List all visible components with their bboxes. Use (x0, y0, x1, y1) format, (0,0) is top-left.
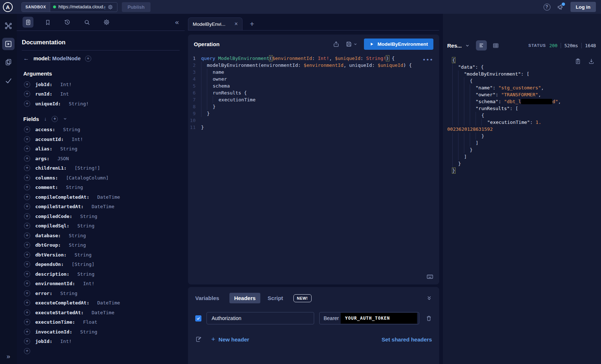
tab-variables[interactable]: Variables (195, 295, 219, 301)
operation-tab[interactable]: ModelByEnvi... × (188, 17, 243, 30)
doc-field-row[interactable]: +accountId: Int! (22, 134, 180, 144)
new-tab-icon[interactable]: + (250, 20, 254, 28)
add-field-icon[interactable]: + (24, 203, 30, 210)
endpoint-settings-gear-icon[interactable] (108, 4, 113, 10)
doc-field-row[interactable]: +executeCompletedAt: DateTime (22, 298, 180, 308)
doc-field-row[interactable]: +dbtGroup: String (22, 240, 180, 250)
download-response-icon[interactable] (588, 58, 594, 64)
endpoint-control[interactable]: SANDBOX https://metadata.cloud.get (21, 2, 117, 12)
add-field-icon[interactable]: + (24, 290, 30, 296)
add-field-icon[interactable]: + (24, 81, 30, 88)
add-field-icon[interactable]: + (24, 194, 30, 200)
doc-field-row[interactable]: +invocationId: String (22, 327, 180, 337)
add-field-icon[interactable]: + (24, 101, 30, 107)
add-field-icon[interactable]: + (24, 252, 30, 258)
save-operation-icon[interactable] (346, 41, 357, 47)
doc-field-row[interactable]: +compiledCode: String (22, 211, 180, 221)
add-field-icon[interactable]: + (24, 146, 30, 152)
doc-field-row[interactable]: +executionTime: Float (22, 318, 180, 327)
add-all-fields-icon[interactable]: + (52, 116, 58, 122)
add-field-icon[interactable]: + (24, 261, 30, 267)
add-field-icon[interactable]: + (24, 165, 30, 171)
header-name-input[interactable]: Authorization (207, 312, 314, 324)
header-value-input[interactable]: Bearer YOUR_AUTH_TOKEN (319, 312, 419, 324)
tab-headers[interactable]: Headers (229, 293, 260, 303)
add-field-icon[interactable]: + (24, 91, 30, 97)
sort-fields-icon[interactable]: ↓ (44, 116, 47, 122)
doc-field-row[interactable]: +comment: String (22, 183, 180, 193)
doc-field-row[interactable]: +database: String (22, 231, 180, 240)
publish-button[interactable]: Publish (122, 2, 151, 12)
add-field-icon[interactable]: + (24, 300, 30, 306)
checks-icon[interactable] (2, 74, 15, 86)
sandbox-docs-icon[interactable] (2, 56, 15, 68)
doc-field-row[interactable]: +childrenL1: [String!] (22, 163, 180, 173)
more-actions-icon[interactable]: ••• (423, 56, 433, 63)
add-field-icon[interactable]: + (24, 310, 30, 316)
add-field-icon[interactable]: + (24, 223, 30, 229)
back-arrow-icon[interactable]: ← (23, 55, 29, 62)
doc-field-row[interactable]: +dependsOn: [String] (22, 260, 180, 270)
editor-code-line[interactable]: 10 (188, 117, 439, 124)
raw-view-icon[interactable] (476, 40, 487, 50)
doc-field-row[interactable]: +jobId: Int! (22, 337, 180, 347)
editor-code-line[interactable]: 1query ModelByEnvironment($environmentId… (188, 55, 439, 62)
add-field-icon[interactable]: + (24, 280, 30, 287)
editor-code-line[interactable]: 3name (188, 69, 439, 76)
editor-code-line[interactable]: 9} (188, 110, 439, 117)
doc-field-row[interactable]: +jobId: Int! (22, 80, 180, 89)
history-icon[interactable] (62, 17, 73, 28)
add-type-icon[interactable]: + (85, 56, 91, 62)
announcements-megaphone-icon[interactable] (557, 4, 564, 11)
expand-rail-icon[interactable]: » (7, 353, 10, 360)
add-field-icon[interactable]: + (24, 136, 30, 142)
apollo-logo[interactable]: A (3, 2, 13, 12)
add-field-icon[interactable]: + (24, 348, 30, 354)
delete-header-icon[interactable] (426, 315, 432, 321)
doc-field-row[interactable]: +error: String (22, 288, 180, 298)
doc-field-row[interactable]: +alias: String (22, 144, 180, 154)
run-operation-button[interactable]: ModelByEnvironment (364, 39, 433, 50)
doc-field-row[interactable]: +args: JSON (22, 154, 180, 163)
close-tab-icon[interactable]: × (235, 21, 238, 27)
operation-editor[interactable]: 1query ModelByEnvironment($environmentId… (188, 53, 439, 284)
set-shared-headers-link[interactable]: Set shared headers (382, 336, 432, 343)
schema-graph-icon[interactable] (2, 20, 15, 32)
doc-field-row[interactable]: +columns: [CatalogColumn] (22, 173, 180, 183)
collapse-bottom-panel-icon[interactable] (426, 295, 432, 301)
docs-settings-gear-icon[interactable] (101, 17, 112, 28)
add-field-icon[interactable]: + (24, 329, 30, 335)
add-field-icon[interactable]: + (24, 242, 30, 248)
collapse-panel-icon[interactable]: « (175, 18, 179, 26)
breadcrumb-type[interactable]: ModelNode (52, 56, 81, 61)
editor-code-line[interactable]: 4owner (188, 76, 439, 82)
keyboard-shortcuts-icon[interactable] (426, 273, 433, 280)
doc-field-row[interactable]: +compileCompletedAt: DateTime (22, 192, 180, 202)
add-field-icon[interactable]: + (24, 126, 30, 133)
search-icon[interactable] (81, 17, 92, 28)
help-icon[interactable]: ? (544, 4, 550, 11)
add-field-icon[interactable]: + (24, 319, 30, 325)
bookmark-icon[interactable] (42, 17, 53, 28)
doc-field-row[interactable]: +uniqueId: String! (22, 99, 180, 109)
doc-field-row[interactable]: +description: String (22, 269, 180, 279)
doc-field-row[interactable]: +access: String (22, 125, 180, 135)
add-field-icon[interactable]: + (24, 155, 30, 162)
share-operation-icon[interactable] (333, 41, 339, 47)
doc-field-row[interactable]: +compiledSql: String (22, 221, 180, 231)
add-field-icon[interactable]: + (24, 271, 30, 277)
doc-field-row[interactable]: +dbtVersion: String (22, 250, 180, 260)
add-field-icon[interactable]: + (24, 175, 30, 181)
table-view-icon[interactable] (490, 40, 501, 50)
doc-field-row[interactable]: +compileStartedAt: DateTime (22, 202, 180, 212)
explorer-icon[interactable] (2, 38, 15, 50)
tab-script[interactable]: Script (268, 295, 283, 301)
editor-code-line[interactable]: 7executionTime (188, 96, 439, 103)
response-dropdown-chevron-icon[interactable] (465, 43, 470, 48)
editor-code-line[interactable]: 6runResults { (188, 89, 439, 96)
editor-code-line[interactable]: 8} (188, 103, 439, 110)
login-button[interactable]: Log in (570, 2, 596, 12)
doc-field-row[interactable]: + (22, 346, 180, 356)
editor-code-line[interactable]: 11} (188, 124, 439, 131)
add-field-icon[interactable]: + (24, 184, 30, 190)
